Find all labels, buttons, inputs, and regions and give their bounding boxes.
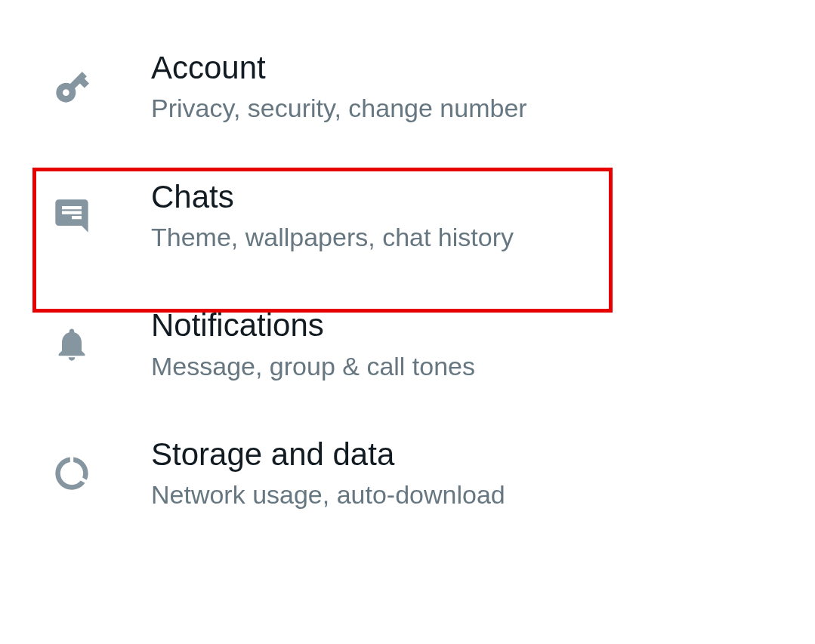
settings-item-title: Storage and data: [151, 436, 505, 473]
settings-text: Notifications Message, group & call tone…: [151, 307, 475, 383]
settings-item-title: Chats: [151, 178, 514, 216]
settings-item-subtitle: Theme, wallpapers, chat history: [151, 220, 514, 254]
settings-item-title: Account: [151, 49, 527, 87]
settings-item-notifications[interactable]: Notifications Message, group & call tone…: [0, 280, 815, 409]
settings-item-subtitle: Network usage, auto-download: [151, 478, 505, 511]
settings-item-storage[interactable]: Storage and data Network usage, auto-dow…: [0, 409, 815, 538]
chat-icon: [45, 196, 98, 236]
settings-item-account[interactable]: Account Privacy, security, change number: [0, 23, 815, 152]
settings-text: Account Privacy, security, change number: [151, 49, 527, 125]
settings-text: Storage and data Network usage, auto-dow…: [151, 436, 505, 512]
settings-text: Chats Theme, wallpapers, chat history: [151, 178, 514, 254]
settings-item-subtitle: Privacy, security, change number: [151, 91, 527, 125]
bell-icon: [45, 325, 98, 364]
settings-item-title: Notifications: [151, 307, 475, 344]
settings-list: Account Privacy, security, change number…: [0, 0, 815, 538]
data-usage-icon: [45, 454, 98, 493]
settings-item-chats[interactable]: Chats Theme, wallpapers, chat history: [0, 152, 815, 281]
settings-item-subtitle: Message, group & call tones: [151, 350, 475, 383]
key-icon: [45, 67, 98, 106]
